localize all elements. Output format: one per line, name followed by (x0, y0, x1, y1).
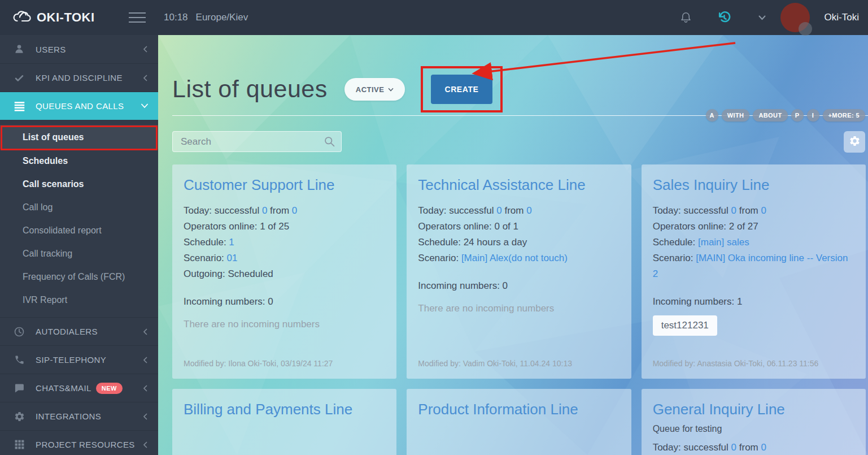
sidebar-item-queues-and-calls[interactable]: QUEUES AND CALLS (0, 92, 158, 120)
queue-title[interactable]: Billing and Payments Line (184, 399, 385, 421)
sidebar-item-autodialers[interactable]: AUTODIALERS (0, 317, 158, 345)
stat-link[interactable]: 1 (229, 237, 234, 248)
filter-badge[interactable]: +MORE: 5 (823, 109, 865, 122)
filter-badge[interactable]: ABOUT (753, 109, 787, 122)
stat-link[interactable]: 0 (761, 205, 766, 216)
clock: 10:18 Europe/Kiev (164, 12, 248, 23)
stat-text: Scenario: (418, 253, 461, 263)
time-value: 10:18 (164, 12, 188, 23)
stat-link[interactable]: [main] sales (698, 237, 749, 248)
search-icon (324, 136, 335, 150)
chevron-down-icon[interactable] (758, 15, 766, 20)
stat-text: Outgoing: Scheduled (184, 268, 273, 279)
stat-link[interactable]: 0 (526, 205, 531, 216)
account-name[interactable]: Oki-Toki (825, 12, 859, 23)
sidebar-item-consolidated-report[interactable]: Consolidated report (0, 219, 158, 242)
stat-text: Today: successful (184, 205, 262, 216)
check-icon (12, 73, 26, 83)
stat-text: from (267, 205, 291, 216)
filter-badges: AWITHABOUTPI+MORE: 5 (706, 109, 865, 122)
chevron-down-icon (141, 103, 148, 109)
sidebar-item-kpi[interactable]: KPI AND DISCIPLINE (0, 63, 158, 92)
stat-line: Scenario: 01 (184, 250, 385, 266)
filter-badge[interactable]: I (807, 109, 819, 122)
sidebar-item-call-tracking[interactable]: Call tracking (0, 242, 158, 265)
new-badge: NEW (96, 383, 123, 394)
stat-link[interactable]: [Main] Alex(do not touch) (461, 253, 568, 263)
chevron-left-icon (143, 75, 148, 81)
stat-link[interactable]: 0 (731, 442, 736, 453)
hamburger-menu-icon[interactable] (129, 12, 146, 23)
stat-line: Scenario: [MAIN] Oka incoming line -- Ve… (653, 250, 854, 282)
stat-line: Today: successful 0 from 0 (653, 440, 854, 455)
stat-line: Operators online: 0 of 1 (418, 219, 620, 235)
sidebar-item-fcr[interactable]: Frequency of Calls (FCR) (0, 265, 158, 288)
incoming-numbers-count: Incoming numbers: 0 (418, 280, 620, 292)
history-icon[interactable] (717, 11, 731, 25)
no-numbers-note: There are no incoming numbers (184, 319, 385, 330)
queue-card: Technical Assistance LineToday: successf… (407, 164, 631, 379)
queue-title[interactable]: General Inquiry Line (653, 399, 854, 421)
incoming-numbers-count: Incoming numbers: 1 (653, 296, 854, 307)
sidebar-item-chats-mail[interactable]: CHATS&MAIL NEW (0, 374, 158, 402)
create-button[interactable]: CREATE (431, 75, 492, 104)
stat-text: Scenario: (184, 253, 227, 263)
stat-text: Schedule: 24 hours a day (418, 237, 527, 248)
queue-title[interactable]: Product Information Line (418, 399, 620, 421)
stat-line: Schedule: [main] sales (653, 235, 854, 250)
queue-stats: Today: successful 0 from 0Operators onli… (418, 203, 620, 266)
app-window: OKI-TOKI 10:18 Europe/Kiev (0, 0, 868, 455)
stat-text: Schedule: (653, 237, 698, 248)
gears-icon (12, 411, 26, 422)
sidebar-item-ivr-report[interactable]: IVR Report (0, 288, 158, 311)
modified-by: Modified by: Anastasia Oki-Toki, 06.11.2… (653, 351, 854, 370)
list-icon (12, 101, 26, 111)
chevron-left-icon (143, 46, 148, 53)
no-numbers-note: There are no incoming numbers (418, 303, 620, 314)
search-input[interactable] (172, 131, 342, 152)
queue-card: Customer Support LineToday: successful 0… (172, 164, 396, 379)
stat-text: from (736, 205, 761, 216)
sidebar-item-users[interactable]: USERS (0, 35, 158, 63)
sidebar-item-schedules[interactable]: Schedules (0, 149, 158, 172)
queue-title[interactable]: Customer Support Line (184, 175, 385, 196)
sidebar-item-integrations[interactable]: INTEGRATIONS (0, 402, 158, 430)
status-filter-dropdown[interactable]: ACTIVE (344, 78, 405, 101)
stat-line: Schedule: 24 hours a day (418, 235, 620, 250)
stat-link[interactable]: 0 (496, 205, 501, 216)
sidebar-item-sip-telephony[interactable]: SIP-TELEPHONY (0, 345, 158, 374)
stat-link[interactable]: 01 (227, 253, 238, 263)
stat-text: Today: successful (418, 205, 496, 216)
queue-stats: Today: successful 0 from 0Operators onli… (653, 203, 854, 282)
stat-link[interactable]: 0 (761, 442, 766, 453)
filter-badge[interactable]: A (706, 109, 718, 122)
sidebar-item-list-of-queues[interactable]: List of queues (0, 125, 158, 149)
stat-line: Outgoing: Scheduled (184, 266, 385, 282)
page-title: List of queues (172, 76, 328, 102)
sidebar-item-call-log[interactable]: Call log (0, 196, 158, 219)
timezone-label[interactable]: Europe/Kiev (196, 12, 248, 23)
avatar[interactable] (780, 3, 810, 32)
filter-badge[interactable]: P (791, 109, 804, 122)
sidebar-item-project-resources[interactable]: PROJECT RESOURCES (0, 430, 158, 455)
chevron-left-icon (143, 441, 148, 448)
notifications-bell-icon[interactable] (679, 11, 692, 24)
sidebar-item-call-scenarios[interactable]: Call scenarios (0, 172, 158, 196)
phone-icon (12, 354, 26, 365)
queue-title[interactable]: Technical Assistance Line (418, 175, 620, 196)
logo[interactable]: OKI-TOKI (12, 9, 95, 26)
user-icon (12, 44, 26, 55)
stat-line: Scenario: [Main] Alex(do not touch) (418, 250, 620, 266)
stat-link[interactable]: 0 (731, 205, 736, 216)
stat-text: from (736, 442, 761, 453)
settings-button[interactable] (844, 131, 865, 153)
incoming-number-chip[interactable]: test121231 (653, 315, 717, 336)
filter-badge[interactable]: WITH (722, 109, 750, 122)
queue-title[interactable]: Sales Inquiry Line (653, 175, 854, 196)
queue-stats: Today: successful 0 from 0Operators onli… (184, 203, 385, 282)
stat-link[interactable]: 0 (292, 205, 297, 216)
sidebar: USERS KPI AND DISCIPLINE QUEUES AND CALL… (0, 35, 158, 455)
stat-link[interactable]: 0 (262, 205, 267, 216)
stat-text: from (502, 205, 526, 216)
chevron-left-icon (143, 357, 148, 363)
